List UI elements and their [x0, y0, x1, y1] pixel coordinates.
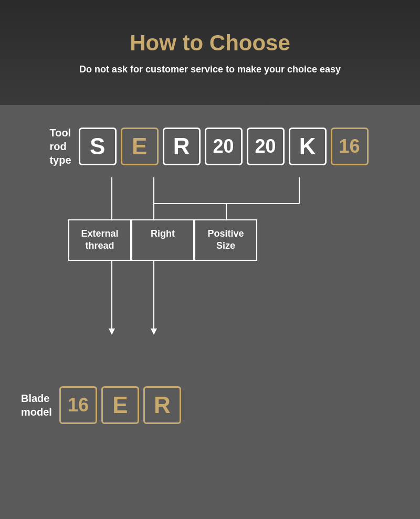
char-box-20a: 20 — [205, 128, 243, 165]
char-box-E: E — [121, 128, 159, 165]
char-box-20b: 20 — [247, 128, 285, 165]
char-box-16: 16 — [331, 128, 369, 165]
page-title: How to Choose — [130, 30, 290, 56]
blade-section: Blademodel 16 E R — [21, 386, 183, 424]
blade-char-E: E — [101, 386, 139, 424]
char-box-S: S — [79, 128, 117, 165]
blade-char-16: 16 — [59, 386, 97, 424]
blade-model-label: Blademodel — [21, 391, 52, 419]
svg-marker-6 — [109, 329, 115, 335]
diagram-area: Externalthread Right PositiveSize Bladem… — [21, 177, 399, 440]
header-section: How to Choose Do not ask for customer se… — [0, 0, 420, 105]
tool-rod-label: Toolrodtype — [49, 126, 71, 167]
info-box-external-thread: Externalthread — [68, 219, 131, 261]
info-box-positive-size: PositiveSize — [194, 219, 257, 261]
char-box-K: K — [289, 128, 327, 165]
svg-marker-8 — [151, 329, 157, 335]
char-box-R: R — [163, 128, 201, 165]
info-box-right: Right — [131, 219, 194, 261]
page-subtitle: Do not ask for customer service to make … — [79, 64, 341, 75]
info-boxes-row: Externalthread Right PositiveSize — [68, 219, 257, 261]
blade-char-R: R — [143, 386, 181, 424]
tool-rod-section: Toolrodtype S E R 20 20 K 16 — [49, 126, 370, 167]
main-content: Toolrodtype S E R 20 20 K 16 — [0, 105, 420, 519]
